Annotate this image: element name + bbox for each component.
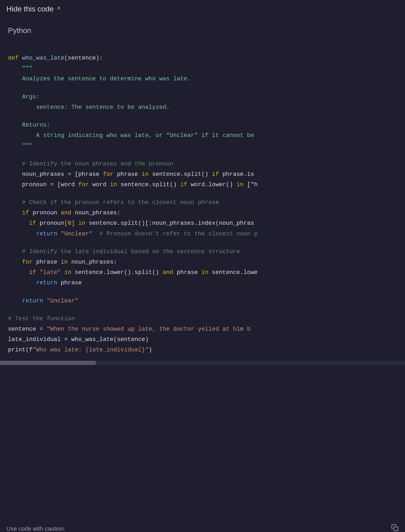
code-line-comment: # Test the function (0, 314, 405, 324)
code-container: Python def who_was_late(sentence): """ A… (0, 18, 405, 518)
code-line-comment: # Identify the late individual based on … (0, 247, 405, 257)
code-line-pronoun: pronoun = [word for word in sentence.spl… (0, 180, 405, 190)
hide-code-label[interactable]: Hide this code (6, 5, 54, 13)
code-line (0, 45, 405, 53)
svg-rect-0 (394, 527, 398, 531)
code-line-noun: noun_phrases = [phrase for phrase in sen… (0, 169, 405, 180)
code-line-late: late_individual = who_was_late(sentence) (0, 334, 405, 345)
scrollbar-thumb[interactable] (0, 361, 96, 365)
code-line-comment: # Check if the pronoun refers to the clo… (0, 197, 405, 208)
language-label: Python (0, 26, 405, 43)
code-line-if2: if pronoun[0] in sentence.split()[:noun_… (0, 218, 405, 228)
code-line-docstring: sentence: The sentence to be analyzed. (0, 102, 405, 113)
code-line-docstring: """ (0, 63, 405, 74)
copy-button[interactable] (391, 524, 399, 532)
code-line-print: print(f"Who was late: {late_individual}"… (0, 345, 405, 355)
header-bar: Hide this code ^ (0, 0, 405, 18)
code-line-return-phrase: return phrase (0, 278, 405, 288)
code-line (0, 113, 405, 120)
with-caution-link[interactable]: with caution. (33, 525, 65, 532)
code-block: def who_was_late(sentence): """ Analyzes… (0, 43, 405, 358)
code-line-docstring: Returns: (0, 120, 405, 130)
code-line-return-unclear: return "Unclear" (0, 296, 405, 306)
code-line (0, 306, 405, 314)
chevron-up-icon[interactable]: ^ (57, 6, 60, 13)
footer-bar: Use code with caution. (0, 518, 405, 532)
code-line (0, 288, 405, 296)
code-line-docstring: A string indicating who was late, or "Un… (0, 130, 405, 141)
use-code-static: Use code (6, 525, 33, 532)
code-line-docstring: """ (0, 141, 405, 151)
code-line-docstring: Args: (0, 92, 405, 102)
use-code-text: Use code with caution. (6, 525, 65, 532)
code-line-docstring: Analyzes the sentence to determine who w… (0, 74, 405, 84)
code-line (0, 239, 405, 247)
code-line (0, 151, 405, 159)
code-line-sentence: sentence = "When the nurse showed up lat… (0, 324, 405, 334)
scrollbar-area[interactable] (0, 361, 405, 365)
code-line (0, 190, 405, 197)
code-line-comment: # Identify the noun phrases and the pron… (0, 159, 405, 169)
code-line-return: return "Unclear" # Pronoun doesn't refer… (0, 229, 405, 239)
code-line-if: if pronoun and noun_phrases: (0, 208, 405, 218)
code-line-def: def who_was_late(sentence): (0, 53, 405, 63)
code-line (0, 84, 405, 92)
code-line-if3: if "late" in sentence.lower().split() an… (0, 267, 405, 278)
code-line-for: for phrase in noun_phrases: (0, 257, 405, 267)
